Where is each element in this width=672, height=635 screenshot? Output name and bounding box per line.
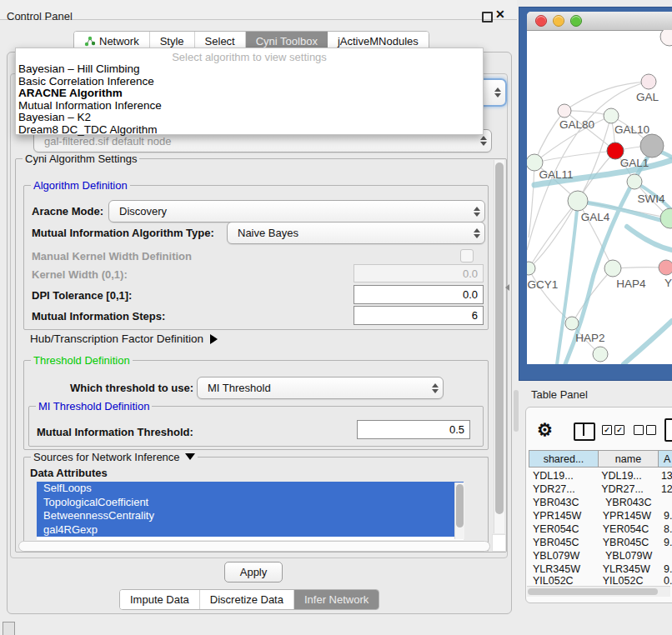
node-gal4[interactable] (568, 191, 588, 211)
list-item-topologicalcoefficient[interactable]: TopologicalCoefficient (37, 496, 464, 510)
mi-steps-label: Mutual Information Steps: (32, 310, 165, 322)
node-green-right[interactable] (660, 208, 672, 228)
attribute-list-scrollbar[interactable] (454, 482, 464, 539)
collapsed-arrow-icon (210, 334, 218, 344)
settings-horizontal-scrollbar[interactable] (18, 541, 490, 552)
node-gal10[interactable] (604, 108, 619, 123)
node-label: GAL11 (539, 168, 573, 181)
node-unlabeled-top[interactable] (660, 30, 672, 46)
expanded-arrow-icon (185, 453, 195, 460)
hub-definition-toggle[interactable]: Hub/Transcription Factor Definition (30, 332, 218, 345)
manual-kernel-checkbox[interactable] (460, 249, 474, 262)
node-label: Y (664, 277, 672, 289)
control-panel-title: Control Panel (7, 10, 73, 22)
mi-steps-field[interactable] (354, 306, 484, 325)
kernel-width-label: Kernel Width (0,1): (32, 268, 128, 281)
scrollbar-thumb[interactable] (495, 162, 504, 514)
cyni-settings-legend: Cyni Algorithm Settings (23, 152, 139, 165)
threshold-definition-legend: Threshold Definition (31, 354, 133, 367)
node-label: GAL10 (614, 123, 649, 136)
column-header-shared[interactable]: shared... (529, 450, 599, 468)
table-row[interactable]: YBR043C YBR043C (529, 496, 672, 509)
kernel-width-field[interactable] (354, 264, 484, 282)
tab-impute-data[interactable]: Impute Data (120, 590, 200, 609)
table-row[interactable]: YBL079W YBL079W (529, 549, 672, 562)
node-bottom[interactable] (593, 347, 608, 362)
sources-legend[interactable]: Sources for Network Inference (31, 451, 198, 463)
node-hap2[interactable] (565, 317, 579, 330)
node-label: HAP2 (575, 332, 604, 344)
dropdown-placeholder: Select algorithm to view settings (16, 48, 483, 63)
column-header-third[interactable]: A (658, 450, 672, 468)
node-gray[interactable] (640, 134, 664, 158)
dropdown-item-aracne[interactable]: ARACNE Algorithm (16, 88, 483, 100)
checked-checkbox-icon[interactable]: ✓ (602, 425, 612, 435)
mi-type-combobox[interactable]: Naive Bayes (227, 222, 485, 244)
zoom-traffic-light[interactable] (570, 15, 582, 27)
scrollbar-thumb[interactable] (456, 484, 464, 528)
gear-icon[interactable]: ⚙ (537, 420, 553, 440)
node-swi4[interactable] (627, 174, 642, 189)
data-attributes-list: SelfLoops TopologicalCoefficient Between… (37, 482, 464, 540)
list-item-betweennesscentrality[interactable]: BetweennessCentrality (37, 509, 464, 523)
side-scrollbar-thumb[interactable] (514, 390, 519, 432)
scrollbar-thumb[interactable] (528, 588, 658, 595)
settings-vertical-scrollbar[interactable] (494, 160, 504, 533)
close-icon[interactable]: ✕ (495, 8, 505, 21)
float-window-icon[interactable] (482, 12, 493, 22)
table-horizontal-scrollbar[interactable] (527, 586, 670, 597)
minimized-panel-icon[interactable] (3, 622, 15, 635)
algorithm-definition-legend: Algorithm Definition (31, 179, 130, 192)
node-salmon[interactable] (659, 260, 672, 275)
which-threshold-combobox[interactable]: MI Threshold (197, 377, 444, 399)
dropdown-item-dream8[interactable]: Dream8 DC_TDC Algorithm (16, 124, 483, 137)
network-window-titlebar[interactable] (527, 12, 672, 31)
table-row[interactable]: YPR145W YPR145W 9. (529, 509, 672, 522)
chevron-updown-icon (490, 88, 505, 98)
which-threshold-label: Which threshold to use: (70, 382, 193, 394)
column-header-name[interactable]: name (598, 450, 659, 468)
node-hap4[interactable] (604, 260, 621, 277)
checked-checkbox-icon[interactable]: ✓ (614, 425, 624, 435)
tab-discretize-data[interactable]: Discretize Data (200, 590, 294, 609)
dropdown-item-mutual-information[interactable]: Mutual Information Inference (16, 100, 483, 112)
aracne-mode-combobox[interactable]: Discovery (108, 200, 485, 222)
node-label: GCY1 (528, 278, 559, 291)
minimize-traffic-light[interactable] (553, 15, 564, 27)
node-label: GAL1 (620, 157, 649, 169)
table-row[interactable]: YLR345W YLR345W 9. (529, 562, 672, 576)
table-row[interactable]: YDL19... YDL19... 13 (529, 469, 672, 482)
node-label: HAP4 (616, 278, 646, 290)
splitter-collapse-arrow[interactable] (505, 284, 509, 291)
tab-network-label: Network (99, 35, 139, 48)
mi-type-label: Mutual Information Algorithm Type: (32, 227, 214, 239)
document-icon[interactable] (664, 418, 672, 442)
dpi-tolerance-field[interactable] (354, 285, 484, 304)
node-gal80[interactable] (558, 104, 571, 118)
table-row[interactable]: YIL052C YIL052C 0. (529, 576, 672, 586)
table-row[interactable]: YER054C YER054C 8. (529, 522, 672, 536)
unchecked-checkbox-icon[interactable] (646, 425, 656, 435)
node-gal-top[interactable] (641, 74, 656, 89)
chevron-updown-icon (428, 383, 443, 393)
list-item-selfloops[interactable]: SelfLoops (37, 482, 464, 496)
table-row[interactable]: YDR27... YDR27... 12 (529, 482, 672, 496)
dropdown-item-basic-correlation[interactable]: Basic Correlation Inference (16, 76, 483, 88)
table-row[interactable]: YBR045C YBR045C 9. (529, 536, 672, 549)
apply-button[interactable]: Apply (224, 562, 283, 582)
bottom-tabbar: Impute Data Discretize Data Infer Networ… (119, 589, 379, 610)
dropdown-item-bayesian-k2[interactable]: Bayesian – K2 (16, 112, 483, 124)
table-panel-title: Table Panel (531, 388, 588, 401)
chevron-updown-icon (469, 228, 484, 238)
node-label: GAL (636, 91, 659, 103)
mi-threshold-label: Mutual Information Threshold: (37, 426, 193, 438)
close-traffic-light[interactable] (535, 15, 547, 27)
split-columns-icon[interactable] (574, 422, 595, 441)
unchecked-checkbox-icon[interactable] (634, 425, 644, 435)
manual-kernel-label: Manual Kernel Width Definition (32, 250, 192, 262)
mi-threshold-field[interactable] (357, 420, 470, 439)
dropdown-item-bayesian-hill[interactable]: Bayesian – Hill Climbing (16, 63, 483, 76)
list-item-gal4rgexp[interactable]: gal4RGexp (37, 523, 464, 538)
network-canvas[interactable]: GAL GAL80 GAL10 GAL1 GAL11 GAL4 SWI4 GCY… (527, 30, 672, 364)
tab-infer-network[interactable]: Infer Network (294, 590, 379, 609)
